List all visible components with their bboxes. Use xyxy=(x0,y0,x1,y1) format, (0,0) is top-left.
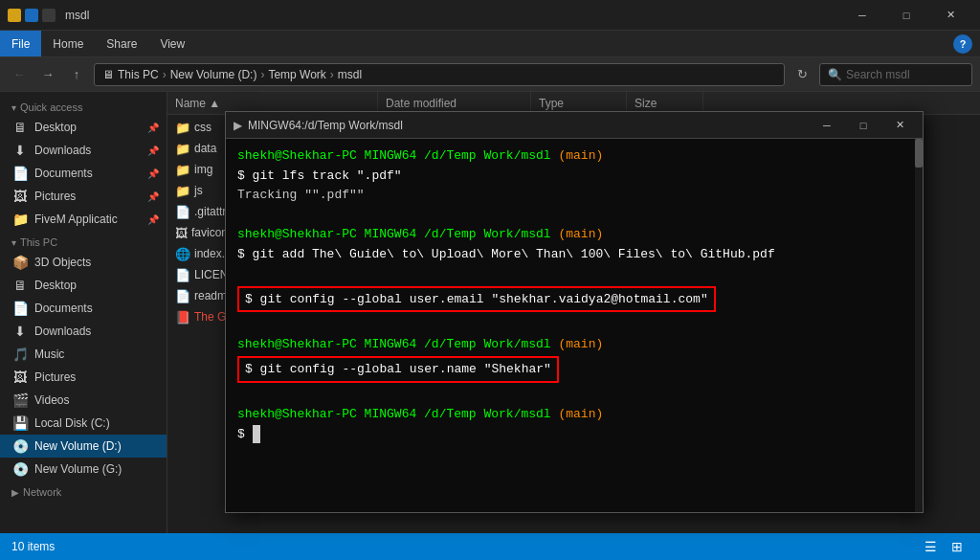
back-button[interactable]: ← xyxy=(8,63,31,86)
search-placeholder: Search msdl xyxy=(846,68,910,81)
folder-icon: 📁 xyxy=(175,184,190,198)
sidebar-item-localc[interactable]: 💾 Local Disk (C:) xyxy=(0,412,167,435)
terminal-scrollbar[interactable] xyxy=(915,139,923,512)
this-pc-header[interactable]: ▾ This PC xyxy=(0,231,167,251)
address-path[interactable]: 🖥 This PC › New Volume (D:) › Temp Work … xyxy=(94,63,785,86)
sidebar-item-videos[interactable]: 🎬 Videos xyxy=(0,389,167,412)
scrollbar-thumb[interactable] xyxy=(915,139,923,168)
pictures-icon: 🖼 xyxy=(11,189,29,204)
terminal-line-9: shekh@Shekhar-PC MINGW64 /d/Temp Work/ms… xyxy=(237,335,915,354)
this-pc-label: This PC xyxy=(20,236,57,248)
terminal-line-1: shekh@Shekhar-PC MINGW64 /d/Temp Work/ms… xyxy=(237,146,915,166)
app-icon-yellow xyxy=(8,9,21,22)
file-icon: 📄 xyxy=(175,205,190,219)
chevron-icon: ▾ xyxy=(11,102,16,113)
sidebar-item-music[interactable]: 🎵 Music xyxy=(0,343,167,366)
pin-icon: 📌 xyxy=(147,123,159,133)
terminal-line-4 xyxy=(237,206,915,225)
documents-icon: 📄 xyxy=(11,166,29,181)
sidebar-item-downloads-quick[interactable]: ⬇ Downloads 📌 xyxy=(0,139,167,162)
minimize-button[interactable]: ─ xyxy=(840,0,884,31)
sidebar-item-downloads-pc[interactable]: ⬇ Downloads xyxy=(0,320,167,343)
sidebar-item-documents-pc[interactable]: 📄 Documents xyxy=(0,297,167,320)
sidebar: ▾ Quick access 🖥 Desktop 📌 ⬇ Downloads 📌… xyxy=(0,92,167,533)
terminal-line-11: shekh@Shekhar-PC MINGW64 /d/Temp Work/ms… xyxy=(237,405,915,424)
sidebar-item-pictures-quick[interactable]: 🖼 Pictures 📌 xyxy=(0,185,167,208)
desktop-pc-icon: 🖥 xyxy=(11,278,29,293)
sidebar-item-volumed[interactable]: 💿 New Volume (D:) xyxy=(0,435,167,458)
app-icon-dark xyxy=(42,9,56,22)
path-msdl: msdl xyxy=(338,68,362,81)
terminal-line-3: Tracking "".pdf"" xyxy=(237,186,915,205)
ribbon-tab-share[interactable]: Share xyxy=(95,31,148,56)
chevron-net-icon: ▶ xyxy=(11,487,19,498)
terminal-maximize-button[interactable]: □ xyxy=(848,112,879,139)
folder-icon: 📁 xyxy=(175,142,190,156)
network-header[interactable]: ▶ Network xyxy=(0,481,167,501)
terminal-line-6: $ git add The\ Guide\ to\ Upload\ More\ … xyxy=(237,245,915,264)
music-icon: 🎵 xyxy=(11,347,29,362)
up-button[interactable]: ↑ xyxy=(65,63,88,86)
title-controls: ─ □ ✕ xyxy=(840,0,972,31)
terminal-body[interactable]: shekh@Shekhar-PC MINGW64 /d/Temp Work/ms… xyxy=(226,139,923,512)
volumed-icon: 💿 xyxy=(11,438,29,454)
file-area: Name ▲ Date modified Type Size 📁css File… xyxy=(167,92,980,533)
forward-button[interactable]: → xyxy=(36,63,59,86)
sidebar-item-pictures-pc[interactable]: 🖼 Pictures xyxy=(0,366,167,389)
fivem-icon: 📁 xyxy=(11,212,29,227)
terminal-highlight-email: $ git config --global user.email "shekha… xyxy=(237,286,716,313)
main-layout: ▾ Quick access 🖥 Desktop 📌 ⬇ Downloads 📌… xyxy=(0,92,980,533)
pin-icon-fivem: 📌 xyxy=(147,214,159,225)
terminal-icon: ▶ xyxy=(234,119,242,132)
downloads-icon: ⬇ xyxy=(11,143,29,158)
pdf-icon: 📕 xyxy=(175,310,190,325)
readme-icon: 📄 xyxy=(175,289,190,303)
path-volume: New Volume (D:) xyxy=(170,68,257,81)
quick-access-header[interactable]: ▾ Quick access xyxy=(0,96,167,116)
terminal-close-button[interactable]: ✕ xyxy=(884,112,915,139)
sidebar-item-fivem[interactable]: 📁 FiveM Applicatic 📌 xyxy=(0,208,167,231)
view-controls: ☰ ⊞ xyxy=(919,536,969,557)
search-box[interactable]: 🔍 Search msdl xyxy=(819,63,972,86)
details-view-button[interactable]: ☰ xyxy=(919,536,942,557)
terminal-line-10 xyxy=(237,386,915,405)
folder-icon: 📁 xyxy=(175,121,190,135)
close-button[interactable]: ✕ xyxy=(928,0,972,31)
network-label: Network xyxy=(23,486,61,498)
maximize-button[interactable]: □ xyxy=(884,0,928,31)
ribbon-tab-view[interactable]: View xyxy=(148,31,196,56)
terminal-title-text: MINGW64:/d/Temp Work/msdl xyxy=(248,119,806,132)
sidebar-item-volumeg[interactable]: 💿 New Volume (G:) xyxy=(0,458,167,481)
terminal-minimize-button[interactable]: ─ xyxy=(812,112,842,139)
ribbon: File Home Share View ? xyxy=(0,31,980,57)
folder-icon: 📁 xyxy=(175,163,190,177)
sidebar-item-desktop-quick[interactable]: 🖥 Desktop 📌 xyxy=(0,116,167,139)
pictures-pc-icon: 🖼 xyxy=(11,370,29,385)
localc-icon: 💾 xyxy=(11,415,29,431)
items-count: 10 items xyxy=(11,540,55,553)
title-bar: msdl ─ □ ✕ xyxy=(0,0,980,31)
quick-access-label: Quick access xyxy=(20,101,82,113)
prompt-text: shekh@Shekhar-PC MINGW64 /d/Temp Work/ms… xyxy=(237,148,558,163)
terminal-line-5: shekh@Shekhar-PC MINGW64 /d/Temp Work/ms… xyxy=(237,225,915,244)
help-button[interactable]: ? xyxy=(953,34,972,54)
ribbon-tab-file[interactable]: File xyxy=(0,31,41,56)
pin-icon-docs: 📌 xyxy=(147,168,159,179)
tiles-view-button[interactable]: ⊞ xyxy=(946,536,969,557)
ribbon-tab-home[interactable]: Home xyxy=(41,31,95,56)
sidebar-item-3dobjects[interactable]: 📦 3D Objects xyxy=(0,251,167,274)
path-thispc: This PC xyxy=(118,68,159,81)
cursor xyxy=(253,425,260,444)
terminal-line-2: $ git lfs track ".pdf" xyxy=(237,167,915,186)
title-bar-icons xyxy=(8,9,56,22)
terminal-line-highlight-2: $ git config --global user.name "Shekhar… xyxy=(237,354,915,385)
3dobjects-icon: 📦 xyxy=(11,255,29,270)
window-title: msdl xyxy=(65,9,836,22)
refresh-button[interactable]: ↻ xyxy=(791,63,813,86)
sidebar-item-documents-quick[interactable]: 📄 Documents 📌 xyxy=(0,162,167,185)
videos-icon: 🎬 xyxy=(11,392,29,408)
desktop-icon: 🖥 xyxy=(11,120,29,135)
terminal-title-bar: ▶ MINGW64:/d/Temp Work/msdl ─ □ ✕ xyxy=(226,112,923,139)
sidebar-item-desktop-pc[interactable]: 🖥 Desktop xyxy=(0,274,167,297)
documents-pc-icon: 📄 xyxy=(11,301,29,316)
